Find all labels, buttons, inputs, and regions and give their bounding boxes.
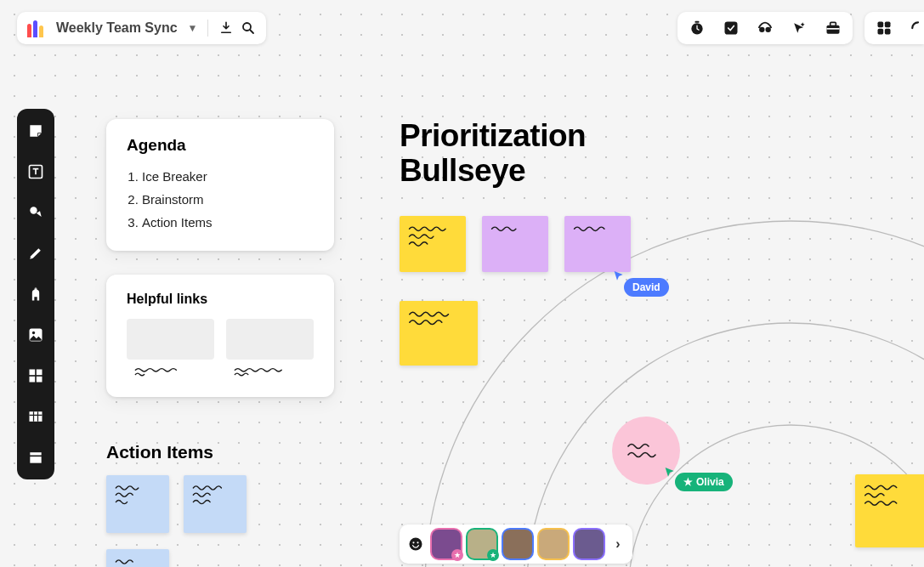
svg-point-17 <box>30 207 37 213</box>
sticky-note[interactable] <box>564 216 631 272</box>
agenda-list: Ice Breaker Brainstorm Action Items <box>127 165 314 234</box>
sticky-note[interactable] <box>400 301 478 366</box>
svg-point-28 <box>412 541 414 543</box>
canvas-heading[interactable]: Prioritization Bullseye <box>400 119 586 188</box>
collaborator-bar: ★ ★ › <box>400 524 632 564</box>
cursor-sparkle-icon[interactable] <box>790 19 808 37</box>
avatar[interactable] <box>539 530 568 558</box>
board-header: Weekly Team Sync ▼ <box>17 12 266 44</box>
reactions-icon[interactable] <box>406 535 425 553</box>
svg-rect-11 <box>827 28 840 30</box>
top-tool-group-1 <box>677 12 853 44</box>
svg-point-19 <box>32 332 35 334</box>
svg-point-29 <box>417 541 418 543</box>
vertical-toolbar <box>17 109 54 479</box>
svg-rect-24 <box>30 411 43 422</box>
svg-rect-5 <box>695 21 700 23</box>
sticky-note[interactable] <box>106 549 169 567</box>
star-icon: ★ <box>683 476 693 488</box>
collaborator-cursor-olivia: ★ Olivia <box>663 466 733 491</box>
svg-rect-12 <box>878 22 884 28</box>
svg-rect-26 <box>30 456 41 463</box>
divider <box>207 20 208 37</box>
grid-view-icon[interactable] <box>875 19 893 37</box>
svg-rect-20 <box>30 370 36 376</box>
collaborator-label: ★ Olivia <box>675 473 733 491</box>
top-toolbar <box>677 12 924 44</box>
action-items-heading: Action Items <box>106 442 213 462</box>
agenda-card[interactable]: Agenda Ice Breaker Brainstorm Action Ite… <box>106 119 334 251</box>
avatar[interactable]: ★ <box>432 530 461 558</box>
export-icon[interactable] <box>218 20 234 36</box>
agenda-item: Brainstorm <box>142 188 314 211</box>
frames-tool-icon[interactable] <box>26 366 46 386</box>
sticky-note[interactable] <box>482 216 548 272</box>
agenda-item: Action Items <box>142 211 314 234</box>
comment-icon[interactable] <box>909 19 924 37</box>
timer-icon[interactable] <box>688 19 706 37</box>
sticky-note[interactable] <box>400 216 466 272</box>
collaborator-cursor-david: David <box>612 269 669 297</box>
link-thumbnail[interactable] <box>127 319 214 380</box>
svg-rect-13 <box>885 22 891 28</box>
svg-rect-6 <box>725 22 738 35</box>
svg-point-8 <box>765 27 770 32</box>
svg-rect-21 <box>37 370 43 376</box>
board-menu-chevron-down-icon[interactable]: ▼ <box>188 22 198 34</box>
search-icon[interactable] <box>241 20 256 36</box>
svg-point-7 <box>759 27 764 32</box>
links-heading: Helpful links <box>127 292 314 307</box>
sticky-note[interactable] <box>855 474 924 547</box>
svg-rect-15 <box>885 29 891 35</box>
table-tool-icon[interactable] <box>26 406 46 427</box>
agenda-heading: Agenda <box>127 136 314 155</box>
collaborator-label: David <box>624 278 669 297</box>
agenda-item: Ice Breaker <box>142 165 314 188</box>
sticky-note-tool-icon[interactable] <box>26 121 46 141</box>
svg-rect-10 <box>830 22 836 26</box>
text-tool-icon[interactable] <box>26 162 46 182</box>
sticky-note[interactable] <box>106 475 169 533</box>
more-tool-icon[interactable] <box>26 447 46 468</box>
links-card[interactable]: Helpful links <box>106 275 334 397</box>
top-tool-group-2 <box>864 12 924 44</box>
svg-rect-23 <box>37 377 43 383</box>
avatar[interactable]: ★ <box>468 530 496 558</box>
vote-icon[interactable] <box>722 19 740 37</box>
svg-rect-14 <box>878 29 884 35</box>
svg-point-27 <box>410 538 422 551</box>
link-thumbnail[interactable] <box>226 319 314 380</box>
toolbox-icon[interactable] <box>824 19 842 37</box>
svg-rect-25 <box>30 452 41 455</box>
pen-tool-icon[interactable] <box>26 243 46 264</box>
shapes-tool-icon[interactable] <box>26 202 46 223</box>
llama-tool-icon[interactable] <box>26 284 46 304</box>
avatar[interactable] <box>503 530 532 558</box>
avatar[interactable] <box>575 530 604 558</box>
private-mode-icon[interactable] <box>756 19 774 37</box>
svg-rect-22 <box>30 377 36 383</box>
image-tool-icon[interactable] <box>26 325 46 345</box>
more-collaborators-chevron-right-icon[interactable]: › <box>610 530 626 558</box>
sticky-note[interactable] <box>184 475 247 533</box>
board-title[interactable]: Weekly Team Sync <box>56 20 178 36</box>
app-logo[interactable] <box>27 19 46 37</box>
